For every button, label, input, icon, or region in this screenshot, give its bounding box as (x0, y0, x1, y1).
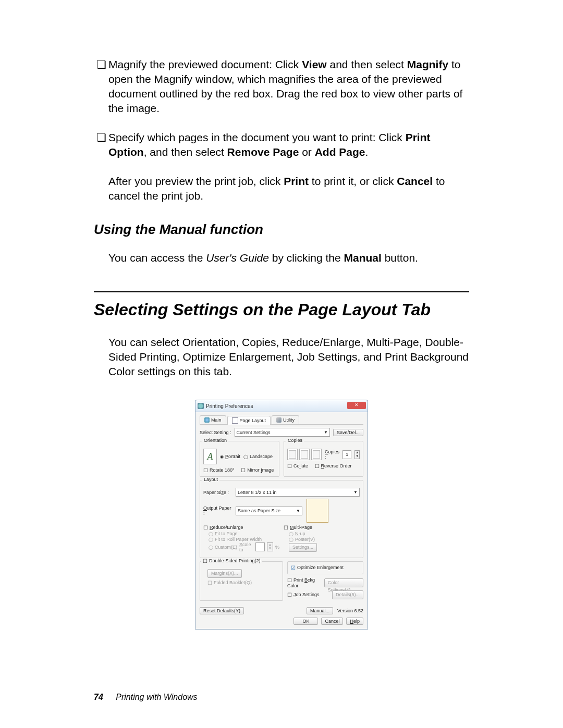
help-button[interactable]: Help (346, 618, 363, 625)
app-icon (198, 403, 204, 409)
paragraph: After you preview the print job, click P… (108, 174, 469, 203)
dialog-body: Main Page Layout Utility Select Setting … (195, 412, 368, 630)
text-run: You can access the (108, 252, 206, 264)
output-paper-dropdown[interactable]: Same as Paper Size ▼ (236, 507, 302, 515)
checkbox-label: Folded Booklet(Q) (214, 580, 252, 585)
document-page: ❏ Magnify the previewed document: Click … (0, 0, 563, 728)
margins-button[interactable]: Margins(X)... (207, 569, 242, 578)
page-number: 74 (94, 693, 103, 701)
text-bold: Remove Page (227, 146, 299, 158)
multipage-settings-button[interactable]: Settings... (289, 543, 317, 552)
orientation-copies-row: Orientation A Portrait Landscape Rotate … (200, 441, 363, 480)
text-run: . (365, 146, 369, 158)
bullet-item: ❏ Specify which pages in the document yo… (94, 130, 469, 159)
group-label: Copies (286, 438, 304, 443)
checkbox-label: Multi-Page (290, 525, 312, 530)
ok-button[interactable]: OK (293, 618, 318, 625)
fit-to-page-radio[interactable]: Fit to Page (209, 531, 238, 536)
text-run: to print it, or click (309, 175, 397, 187)
paper-size-dropdown[interactable]: Letter 8 1/2 x 11 in ▼ (236, 488, 360, 497)
manual-button[interactable]: Manual... (307, 607, 333, 614)
rotate-180-checkbox[interactable]: Rotate 180° (203, 467, 235, 473)
collate-checkbox[interactable]: Collate (287, 463, 308, 469)
paragraph: You can select Orientation, Copies, Redu… (108, 335, 469, 379)
chevron-down-icon: ▼ (296, 509, 300, 513)
custom-radio[interactable]: Custom(E) (209, 545, 237, 550)
poster-radio[interactable]: Poster(V) (289, 537, 315, 542)
radio-label: Fit to Page (215, 531, 238, 536)
tab-strip: Main Page Layout Utility (200, 415, 363, 425)
checkbox-label: Reduce/Enlarge (210, 525, 243, 530)
bullet-marker: ❏ (94, 130, 108, 159)
folded-booklet-checkbox[interactable]: Folded Booklet(Q) (207, 580, 252, 586)
tab-label: Page Layout (240, 418, 266, 423)
select-setting-dropdown[interactable]: Current Settings ▼ (235, 428, 330, 437)
details-button[interactable]: Details(5)... (332, 590, 363, 599)
job-settings-checkbox[interactable]: Job Settings (287, 592, 320, 598)
text-run: by clicking the (269, 252, 344, 264)
dialog-action-row: OK Cancel Help (200, 618, 363, 625)
radio-label: ortrait (228, 454, 240, 459)
layout-group: Layout Paper Size : Letter 8 1/2 x 11 in… (200, 480, 363, 558)
printer-icon (204, 417, 210, 423)
reduce-enlarge-column: Reduce/Enlarge Fit to Page Fit to Roll P… (203, 525, 279, 554)
text-run: Specify which pages in the document you … (108, 131, 406, 143)
group-label: Layout (202, 477, 219, 482)
text-run: and then select (327, 58, 407, 70)
copies-group: Copies Copies : 1 ▲▼ Collate Reverse Ord… (284, 441, 363, 477)
reset-defaults-button[interactable]: Reset Defaults(Y) (200, 607, 244, 614)
dropdown-value: Current Settings (237, 430, 271, 435)
bullet-marker: ❏ (94, 57, 108, 116)
color-settings-button[interactable]: Color Settings(4)... (324, 578, 363, 587)
select-setting-row: Select Setting : Current Settings ▼ Save… (200, 428, 363, 437)
text-bold: Print (284, 175, 309, 187)
checkbox-label: Print Bckg Color (287, 577, 315, 588)
cancel-button[interactable]: Cancel (321, 618, 343, 625)
fit-to-roll-radio[interactable]: Fit to Roll Paper Width (209, 537, 262, 542)
copies-spinner[interactable]: ▲▼ (354, 450, 360, 459)
scale-input[interactable] (255, 542, 265, 551)
dsp-optimize-row: Double-Sided Printing(2) Margins(X)... F… (200, 561, 363, 604)
copies-input[interactable]: 1 (342, 450, 351, 459)
double-sided-checkbox[interactable]: Double-Sided Printing(2) (203, 558, 261, 564)
portrait-radio[interactable]: Portrait (220, 454, 240, 459)
nup-radio[interactable]: N-up (289, 531, 305, 536)
tab-page-layout[interactable]: Page Layout (227, 416, 271, 425)
scale-spinner[interactable]: ▲▼ (267, 542, 273, 551)
text-bold: View (302, 58, 326, 70)
multi-page-checkbox[interactable]: Multi-Page (284, 525, 312, 530)
checkbox-label: Mirror Image (247, 467, 274, 473)
optimize-enlargement-checkbox[interactable]: Optimize Enlargement (291, 565, 344, 571)
mirror-image-checkbox[interactable]: Mirror Image (241, 467, 274, 473)
tab-label: Main (211, 417, 222, 423)
page-icon (232, 417, 238, 424)
reduce-enlarge-checkbox[interactable]: Reduce/Enlarge (203, 525, 243, 530)
checkbox-label: Reverse Order (321, 463, 352, 468)
layout-preview-icon (307, 499, 328, 523)
dropdown-value: Same as Paper Size (238, 508, 280, 513)
close-button[interactable]: ✕ (347, 402, 366, 409)
checkbox-label: Job Settings (293, 592, 320, 597)
text-italic: User's Guide (206, 252, 269, 264)
reverse-order-checkbox[interactable]: Reverse Order (315, 463, 352, 469)
output-paper-label: Output Paper : (203, 505, 234, 516)
copies-label: Copies : (325, 449, 339, 460)
copies-preview-icon (287, 449, 322, 460)
footer-text: Printing with Windows (116, 693, 197, 701)
radio-label: Poster(V) (295, 537, 315, 542)
wrench-icon (276, 417, 282, 423)
chevron-down-icon: ▼ (353, 490, 358, 495)
landscape-radio[interactable]: Landscape (243, 454, 273, 459)
select-setting-label: Select Setting : (200, 430, 231, 435)
section-rule (94, 291, 469, 292)
tab-main[interactable]: Main (200, 415, 226, 424)
radio-label: Custom(E) (215, 545, 237, 550)
printing-preferences-dialog: Printing Preferences ✕ Main Page Layout … (195, 400, 368, 630)
orientation-group: Orientation A Portrait Landscape Rotate … (200, 441, 279, 477)
subsection-heading: Using the Manual function (94, 221, 469, 238)
tab-utility[interactable]: Utility (272, 415, 299, 424)
checkbox-label: Rotate 180° (210, 467, 235, 473)
save-del-button[interactable]: Save/Del... (333, 429, 363, 436)
section-heading: Selecting Settings on the Page Layout Ta… (94, 300, 469, 319)
print-bkg-color-checkbox[interactable]: Print Bckg Color (287, 577, 320, 588)
